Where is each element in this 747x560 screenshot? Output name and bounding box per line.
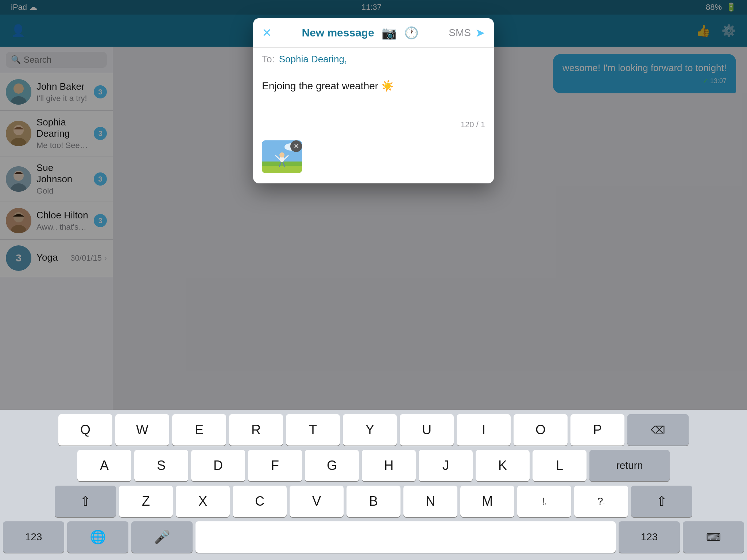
modal-header: ✕ New message 📷 🕐 SMS ➤ [253, 18, 494, 48]
key-l[interactable]: L [533, 450, 587, 481]
modal-title: New message [302, 27, 374, 39]
modal-sms-label: SMS [449, 27, 471, 39]
keyboard-dismiss-key[interactable]: ⌨ [683, 521, 744, 553]
key-question[interactable]: ?. [574, 486, 628, 517]
keyboard-row-func: 123 🌐 🎤 123 ⌨ [3, 521, 744, 553]
shift-left-key[interactable]: ⇧ [55, 486, 116, 517]
key-w[interactable]: W [115, 414, 169, 446]
shift-right-key[interactable]: ⇧ [631, 486, 692, 517]
key-j[interactable]: J [419, 450, 473, 481]
modal-body[interactable]: Enjoing the great weather ☀️ 120 / 1 [253, 71, 494, 137]
key-d[interactable]: D [191, 450, 245, 481]
key-g[interactable]: G [305, 450, 359, 481]
key-z[interactable]: Z [119, 486, 173, 517]
key-k[interactable]: K [476, 450, 530, 481]
globe-key[interactable]: 🌐 [67, 521, 128, 553]
modal-clock-icon[interactable]: 🕐 [404, 26, 419, 40]
key-p[interactable]: P [570, 414, 624, 446]
mic-key[interactable]: 🎤 [131, 521, 193, 553]
key-x[interactable]: X [176, 486, 230, 517]
delete-key[interactable]: ⌫ [627, 414, 689, 446]
key-o[interactable]: O [514, 414, 568, 446]
modal-to-label: To: [262, 54, 275, 65]
keyboard-row-1: Q W E R T Y U I O P ⌫ [3, 414, 744, 446]
keyboard: Q W E R T Y U I O P ⌫ A S D F G H J K L … [0, 410, 747, 560]
key-y[interactable]: Y [343, 414, 397, 446]
modal-close-button[interactable]: ✕ [262, 27, 272, 39]
keyboard-row-3: ⇧ Z X C V B N M !, ?. ⇧ [3, 486, 744, 517]
new-message-modal: ✕ New message 📷 🕐 SMS ➤ To: Sophia Deari… [253, 18, 494, 183]
key-a[interactable]: A [77, 450, 131, 481]
modal-attachment-area: ✕ [253, 137, 311, 183]
key-f[interactable]: F [248, 450, 302, 481]
modal-to-row: To: Sophia Dearing, [253, 48, 494, 71]
return-key[interactable]: return [589, 450, 670, 481]
modal-message-text: Enjoing the great weather ☀️ [262, 78, 485, 94]
key-b[interactable]: B [347, 486, 400, 517]
attachment-close-button[interactable]: ✕ [290, 140, 302, 152]
modal-title-group: New message 📷 🕐 [302, 26, 418, 40]
key-t[interactable]: T [286, 414, 340, 446]
svg-point-18 [279, 152, 285, 158]
key-i[interactable]: I [457, 414, 511, 446]
modal-send-button[interactable]: ➤ [475, 26, 485, 40]
keyboard-row-2: A S D F G H J K L return [3, 450, 744, 481]
key-v[interactable]: V [290, 486, 344, 517]
key-r[interactable]: R [229, 414, 283, 446]
num-left-key[interactable]: 123 [3, 521, 64, 553]
key-h[interactable]: H [362, 450, 416, 481]
space-key[interactable] [196, 521, 616, 553]
key-m[interactable]: M [460, 486, 514, 517]
key-c[interactable]: C [233, 486, 287, 517]
key-n[interactable]: N [403, 486, 457, 517]
modal-to-value: Sophia Dearing, [279, 54, 347, 65]
key-q[interactable]: Q [58, 414, 112, 446]
key-e[interactable]: E [172, 414, 226, 446]
key-u[interactable]: U [400, 414, 454, 446]
modal-char-count: 120 / 1 [461, 120, 485, 129]
modal-camera-icon[interactable]: 📷 [382, 26, 397, 40]
num-right-key[interactable]: 123 [619, 521, 680, 553]
key-exclamation[interactable]: !, [517, 486, 571, 517]
key-s[interactable]: S [134, 450, 188, 481]
svg-rect-16 [262, 166, 302, 173]
